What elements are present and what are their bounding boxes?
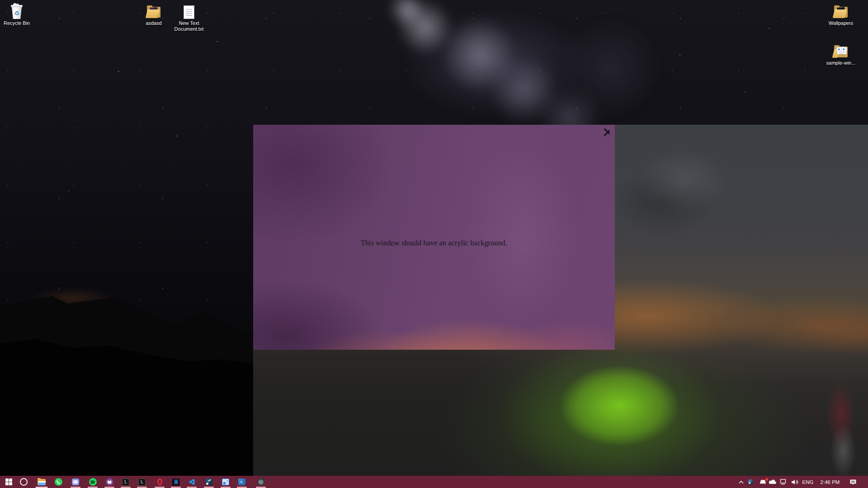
cortana-search-button[interactable] bbox=[15, 476, 32, 488]
spotify-icon bbox=[89, 478, 97, 486]
chevron-up-icon bbox=[738, 480, 744, 484]
taskbar-atom-sphere-app[interactable] bbox=[253, 476, 269, 488]
blue-atom-app-icon bbox=[172, 479, 179, 486]
discord-tray-icon bbox=[760, 479, 766, 484]
blue-card-app-icon bbox=[222, 479, 229, 485]
network-icon bbox=[780, 479, 787, 485]
start-button[interactable] bbox=[0, 476, 17, 488]
icon-label: asdasd bbox=[146, 20, 161, 26]
recycle-symbol: ♻ bbox=[14, 10, 19, 16]
taskbar-blue-card-app[interactable] bbox=[217, 476, 234, 488]
icon-label: New Text Document.txt bbox=[173, 20, 205, 32]
tray-network[interactable] bbox=[778, 476, 788, 488]
folder-with-documents-icon bbox=[833, 42, 849, 59]
taskbar-purple-cat-app[interactable] bbox=[101, 476, 118, 488]
file-explorer-icon bbox=[38, 479, 46, 485]
action-center-icon bbox=[849, 479, 857, 485]
icon-label: Recycle Bin bbox=[4, 20, 30, 26]
powershell-icon: >_ bbox=[238, 479, 245, 485]
cloud-icon bbox=[769, 479, 777, 485]
hidden-icons-chevron[interactable] bbox=[736, 476, 746, 488]
desktop-icon-recycle-bin[interactable]: ♻ Recycle Bin bbox=[0, 3, 33, 26]
cortana-ring-icon bbox=[20, 478, 28, 486]
taskbar-vscode[interactable] bbox=[184, 476, 200, 488]
taskbar-league-of-legends[interactable]: L bbox=[118, 476, 134, 488]
close-button[interactable] bbox=[600, 126, 613, 137]
desktop-screen: ♻ Recycle Bin asdasd New Text Document.t… bbox=[0, 0, 868, 488]
taskbar-discord[interactable] bbox=[67, 476, 84, 488]
desktop-icon-asdasd[interactable]: asdasd bbox=[137, 3, 170, 26]
steam-icon bbox=[205, 478, 213, 486]
vscode-icon bbox=[189, 479, 195, 485]
desktop-icon-wallpapers[interactable]: Wallpapers bbox=[825, 3, 857, 26]
steam-tray-icon bbox=[748, 479, 754, 485]
atom-sphere-app-icon bbox=[257, 478, 265, 486]
text-document-icon bbox=[184, 3, 194, 19]
acrylic-demo-window[interactable]: This window should have an acrylic backg… bbox=[253, 125, 615, 350]
taskbar: L L bbox=[0, 476, 868, 488]
folder-icon bbox=[146, 3, 162, 19]
tray-onedrive[interactable] bbox=[767, 476, 778, 488]
discord-icon bbox=[72, 479, 79, 485]
windows-logo-icon bbox=[5, 479, 12, 485]
desktop-icon-new-text-document[interactable]: New Text Document.txt bbox=[173, 3, 205, 32]
taskbar-steam[interactable] bbox=[201, 476, 217, 488]
league-of-legends-icon: L bbox=[138, 479, 146, 486]
speaker-icon bbox=[791, 479, 799, 485]
close-x-icon bbox=[603, 131, 611, 132]
tray-discord[interactable] bbox=[758, 476, 768, 488]
icon-label: sample-win... bbox=[826, 60, 856, 66]
purple-cat-app-icon bbox=[106, 478, 113, 486]
language-indicator[interactable]: ENG bbox=[801, 476, 815, 488]
folder-icon bbox=[833, 3, 849, 19]
opera-icon bbox=[157, 479, 162, 485]
recycle-bin-icon: ♻ bbox=[10, 3, 24, 19]
tray-steam[interactable] bbox=[746, 476, 755, 488]
tray-volume[interactable] bbox=[789, 476, 800, 488]
clock[interactable]: 2:46 PM bbox=[817, 476, 843, 488]
taskbar-powershell[interactable]: >_ bbox=[234, 476, 250, 488]
taskbar-opera[interactable] bbox=[151, 476, 168, 488]
league-of-legends-icon: L bbox=[122, 479, 129, 486]
whatsapp-icon bbox=[55, 478, 62, 486]
taskbar-file-explorer[interactable] bbox=[33, 476, 50, 488]
taskbar-blue-atom-app[interactable] bbox=[168, 476, 184, 488]
desktop-icon-sample-win[interactable]: sample-win... bbox=[825, 42, 857, 66]
window-message: This window should have an acrylic backg… bbox=[253, 239, 615, 247]
taskbar-whatsapp[interactable] bbox=[50, 476, 66, 488]
taskbar-spotify[interactable] bbox=[85, 476, 101, 488]
action-center-button[interactable] bbox=[847, 476, 859, 488]
taskbar-league-of-legends-2[interactable]: L bbox=[134, 476, 150, 488]
icon-label: Wallpapers bbox=[829, 20, 854, 26]
